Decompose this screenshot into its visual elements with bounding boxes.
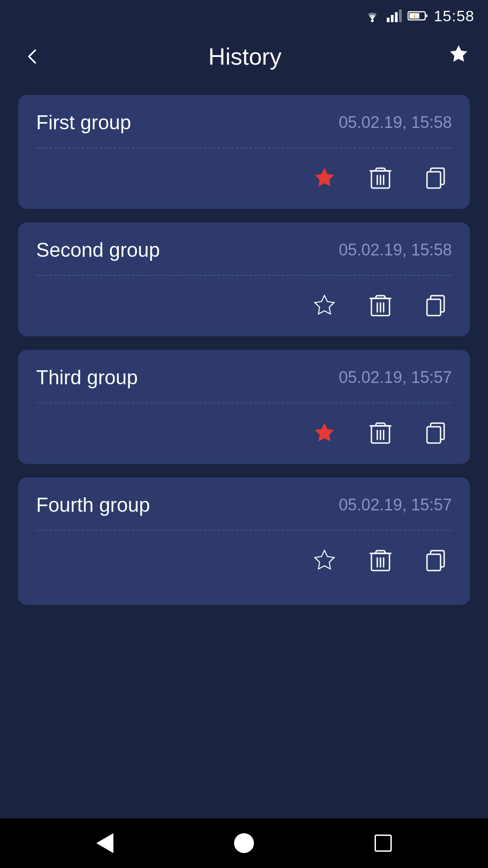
card-3-copy-button[interactable] [419, 417, 452, 449]
nav-home-button[interactable] [234, 833, 254, 853]
card-4-favorite-button[interactable] [307, 543, 342, 578]
card-date-4: 05.02.19, 15:57 [339, 494, 452, 514]
card-actions-2 [36, 288, 452, 323]
card-date-1: 05.02.19, 15:58 [339, 111, 452, 132]
svg-rect-6 [425, 14, 427, 17]
card-divider-1 [36, 147, 452, 148]
header-star-button[interactable] [447, 43, 470, 70]
card-actions-3 [36, 416, 452, 450]
card-header-1: First group 05.02.19, 15:58 [36, 111, 452, 134]
card-date-3: 05.02.19, 15:57 [339, 366, 452, 387]
history-card-4: Fourth group 05.02.19, 15:57 [18, 477, 470, 605]
nav-back-button[interactable] [96, 833, 113, 853]
nav-home-circle-icon [234, 833, 254, 853]
card-1-copy-button[interactable] [419, 162, 452, 194]
card-3-delete-button[interactable] [364, 417, 397, 449]
svg-text:⚡: ⚡ [412, 13, 418, 19]
card-actions-4 [36, 543, 452, 578]
card-title-1: First group [36, 111, 131, 134]
card-divider-2 [36, 275, 452, 276]
card-title-3: Third group [36, 366, 138, 389]
svg-rect-3 [395, 12, 398, 22]
card-divider-4 [36, 530, 452, 531]
svg-point-0 [371, 19, 374, 22]
card-title-4: Fourth group [36, 494, 150, 516]
card-2-delete-button[interactable] [364, 289, 397, 322]
svg-rect-22 [427, 299, 441, 316]
card-1-delete-button[interactable] [364, 162, 397, 194]
svg-rect-4 [399, 9, 402, 22]
svg-rect-2 [391, 15, 394, 22]
card-2-favorite-button[interactable] [307, 288, 342, 323]
page-title: History [56, 43, 434, 70]
card-1-favorite-button[interactable] [307, 161, 342, 195]
wifi-icon [363, 9, 381, 23]
nav-back-triangle-icon [96, 833, 113, 853]
history-card-2: Second group 05.02.19, 15:58 [18, 222, 470, 336]
svg-rect-15 [427, 172, 441, 188]
status-time: 15:58 [434, 7, 474, 25]
card-header-3: Third group 05.02.19, 15:57 [36, 366, 452, 389]
app-bar: History [0, 32, 488, 81]
card-actions-1 [36, 161, 452, 195]
card-2-copy-button[interactable] [419, 289, 452, 322]
nav-bar [0, 818, 488, 868]
svg-rect-36 [427, 554, 441, 571]
card-divider-3 [36, 402, 452, 403]
history-list: First group 05.02.19, 15:58 [0, 81, 488, 618]
card-header-4: Fourth group 05.02.19, 15:57 [36, 494, 452, 516]
history-card-3: Third group 05.02.19, 15:57 [18, 350, 470, 464]
card-4-delete-button[interactable] [364, 544, 397, 577]
back-button[interactable] [18, 42, 47, 71]
battery-icon: ⚡ [408, 10, 428, 21]
signal-icon [387, 9, 402, 22]
card-title-2: Second group [36, 239, 160, 261]
card-date-2: 05.02.19, 15:58 [339, 239, 452, 259]
svg-rect-1 [387, 18, 389, 22]
nav-square-icon [375, 835, 392, 852]
history-card-1: First group 05.02.19, 15:58 [18, 95, 470, 209]
card-header-2: Second group 05.02.19, 15:58 [36, 239, 452, 261]
nav-recents-button[interactable] [375, 835, 392, 852]
card-3-favorite-button[interactable] [307, 416, 342, 450]
status-icons: ⚡ 15:58 [363, 7, 474, 25]
svg-rect-29 [427, 427, 441, 443]
status-bar: ⚡ 15:58 [0, 0, 488, 32]
card-4-copy-button[interactable] [419, 544, 452, 577]
